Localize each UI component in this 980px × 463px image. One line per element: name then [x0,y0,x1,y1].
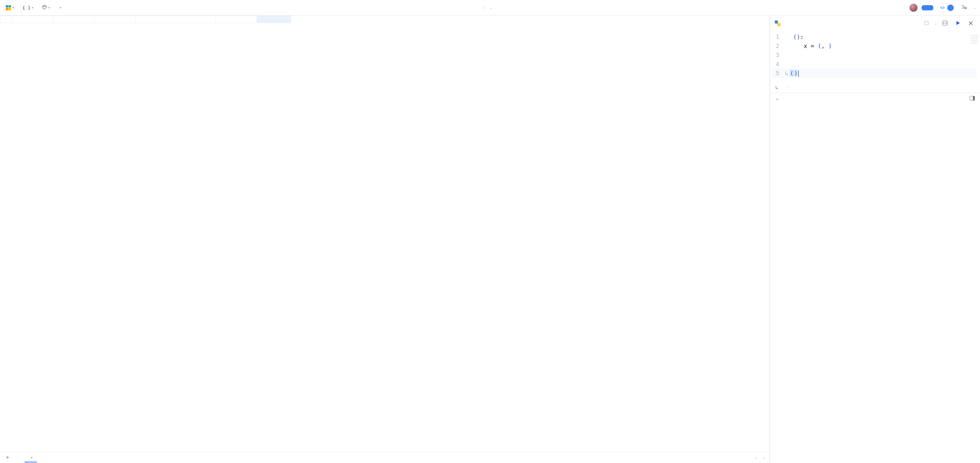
code-mode-button[interactable]: { } ▾ [21,4,35,12]
svg-point-6 [964,7,966,9]
svg-point-1 [44,6,45,6]
grid-scroll[interactable] [0,16,770,452]
chevron-down-icon[interactable]: ⌄ [490,6,492,10]
run-button[interactable] [953,19,963,28]
collapse-console-button[interactable]: ⌄ [775,95,781,101]
code-panel: ⌄ ✕ 1 (): 2 x = (, ) 3 4 5↳() ↳ [770,16,980,463]
code-toggle[interactable]: <> [937,3,955,12]
find-button[interactable] [959,3,969,12]
code-panel-header: ⌄ ✕ [770,16,980,31]
return-status: ↳ [770,82,980,93]
toolbar-left: ▾ { } ▾ ▾ ▾ [4,3,63,12]
col-header-1[interactable] [12,16,53,23]
close-panel-button[interactable]: ✕ [966,18,975,29]
code-toggle-icon: <> [940,5,945,10]
chevron-down-icon: ⌄ [974,6,976,10]
spreadsheet-area: + ▾ ‹ › [0,16,770,463]
prev-sheet-button[interactable]: ‹ [752,455,759,460]
chevron-down-icon: ▾ [32,6,33,10]
toolbar-right: <> ⌄ [909,3,976,12]
text-cursor [799,70,799,77]
col-header-2[interactable] [53,16,94,23]
top-toolbar: ▾ { } ▾ ▾ ▾ / ⌄ [0,0,980,16]
app-logo-icon [6,5,11,10]
minimap[interactable] [971,35,978,45]
braces-icon: { } [22,5,30,10]
console-output [770,101,980,463]
python-icon [775,21,781,26]
toggle-knob [947,5,954,11]
app-root: ▾ { } ▾ ▾ ▾ / ⌄ [0,0,980,463]
main-split: + ▾ ‹ › ⌄ [0,16,980,463]
breadcrumb-separator: / [483,5,485,10]
col-header-5[interactable] [216,16,257,23]
zoom-dropdown[interactable]: ⌄ [973,6,976,10]
breadcrumb: / ⌄ [66,5,907,10]
chevron-down-icon: ▾ [48,6,50,10]
return-type-pill [786,87,790,88]
next-sheet-button[interactable]: › [760,455,767,460]
console-tabs: ⌄ [770,93,980,101]
avatar[interactable] [909,3,918,12]
number-format-button[interactable]: ▾ [56,5,63,11]
sheet-tab-1[interactable] [14,456,23,460]
app-menu-button[interactable]: ▾ [4,4,16,12]
return-arrow-icon: ↳ [775,85,778,90]
corner-cell[interactable] [0,16,12,23]
sheet-tab-2[interactable]: ▾ [24,453,37,462]
svg-point-2 [45,6,45,6]
palette-icon [42,5,47,11]
code-editor[interactable]: 1 (): 2 x = (, ) 3 4 5↳() [770,31,980,82]
color-picker-button[interactable]: ▾ [40,3,52,12]
insert-code-button[interactable] [940,19,950,28]
share-button[interactable] [922,5,933,10]
chevron-down-icon[interactable]: ⌄ [934,22,937,25]
panel-layout-icon[interactable] [970,96,975,100]
svg-rect-8 [925,21,928,25]
col-header-4[interactable] [135,16,216,23]
svg-line-7 [966,9,967,10]
sheet-tabs-bar: + ▾ ‹ › [0,452,770,463]
chevron-down-icon: ▾ [60,6,61,10]
svg-point-0 [43,6,44,7]
add-sheet-button[interactable]: + [3,454,13,461]
col-header-6[interactable] [257,16,291,23]
search-list-icon [961,4,967,11]
chevron-down-icon: ▾ [31,456,32,460]
col-header-3[interactable] [94,16,135,23]
snippet-button[interactable] [922,19,931,28]
chevron-down-icon: ▾ [12,6,14,10]
spreadsheet-grid[interactable] [0,16,291,23]
